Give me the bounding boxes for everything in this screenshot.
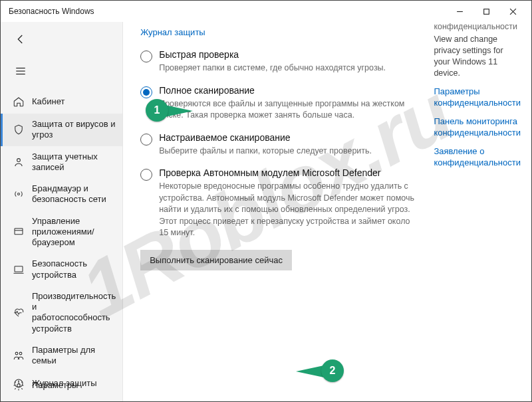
arrow-left-icon xyxy=(15,33,27,45)
sidebar-item-device-security[interactable]: Безопасность устройства xyxy=(1,253,122,286)
sidebar-item-label: Параметры xyxy=(32,380,78,391)
sidebar-item-label: Управление приложениями/браузером xyxy=(32,216,116,249)
sidebar-item-label: Защита от вирусов и угроз xyxy=(32,119,116,141)
sidebar-item-label: Безопасность устройства xyxy=(32,258,116,280)
annotation-bubble-1: 1 xyxy=(146,99,168,122)
health-icon xyxy=(12,306,25,319)
sidebar-item-label: Брандмауэр и безопасность сети xyxy=(32,183,116,205)
option-quick-scan[interactable]: Быстрая проверка Проверяет папки в систе… xyxy=(134,45,420,81)
annotation-tail-1 xyxy=(165,105,193,117)
sidebar-item-label: Производительность и работоспособность у… xyxy=(32,291,116,334)
menu-button[interactable] xyxy=(10,60,31,82)
privacy-settings-link[interactable]: Параметры конфиденциальности xyxy=(434,86,521,109)
svg-rect-9 xyxy=(15,229,23,235)
family-icon xyxy=(12,349,25,362)
sidebar-item-home[interactable]: Кабинет xyxy=(1,90,122,114)
body: Кабинет Защита от вирусов и угроз Защита… xyxy=(1,22,531,401)
firewall-icon xyxy=(12,187,25,201)
main: Журнал защиты Быстрая проверка Проверяет… xyxy=(123,22,531,401)
maximize-button[interactable] xyxy=(473,2,499,21)
maximize-icon xyxy=(483,8,490,15)
option-label: Проверка Автономным модулем Microsoft De… xyxy=(159,167,416,178)
sidebar-item-virus-threat[interactable]: Защита от вирусов и угроз xyxy=(1,114,122,146)
radio-custom-scan[interactable] xyxy=(140,134,152,146)
device-security-icon xyxy=(12,263,25,276)
annotation-bubble-2: 2 xyxy=(321,359,344,382)
sidebar-item-account-protection[interactable]: Защита учетных записей xyxy=(1,146,122,179)
protection-history-link[interactable]: Журнал защиты xyxy=(140,27,205,37)
sidebar-item-device-performance[interactable]: Производительность и работоспособность у… xyxy=(1,286,122,340)
option-label: Быстрая проверка xyxy=(159,49,416,60)
home-icon xyxy=(12,95,25,108)
sidebar-item-firewall[interactable]: Брандмауэр и безопасность сети xyxy=(1,178,122,211)
minimize-icon xyxy=(456,8,464,15)
account-icon xyxy=(12,155,25,169)
close-icon xyxy=(509,8,517,15)
window: Безопасность Windows xyxy=(0,0,532,402)
back-button[interactable] xyxy=(10,29,31,50)
minimize-button[interactable] xyxy=(446,2,473,21)
option-desc: Проверяются все файлы и запущенные прогр… xyxy=(159,98,416,122)
sidebar-item-label: Защита учетных записей xyxy=(32,151,116,173)
option-custom-scan[interactable]: Настраиваемое сканирование Выберите файл… xyxy=(134,128,420,164)
window-title: Безопасность Windows xyxy=(6,7,446,16)
svg-point-8 xyxy=(18,193,20,195)
svg-rect-11 xyxy=(15,266,23,271)
option-desc: Выберите файлы и папки, которые следует … xyxy=(159,146,416,157)
scan-options-panel: Журнал защиты Быстрая проверка Проверяет… xyxy=(130,22,427,401)
hamburger-icon xyxy=(15,65,27,77)
nav: Кабинет Защита от вирусов и угроз Защита… xyxy=(1,90,122,395)
sidebar-item-label: Параметры для семьи xyxy=(32,345,116,367)
privacy-dashboard-link[interactable]: Панель мониторинга конфиденциальности xyxy=(434,116,521,139)
svg-point-16 xyxy=(17,384,21,387)
titlebar: Безопасность Windows xyxy=(1,1,531,22)
privacy-statement-link[interactable]: Заявление о конфиденциальности xyxy=(434,146,521,169)
sidebar-item-app-browser-control[interactable]: Управление приложениями/браузером xyxy=(1,211,122,254)
right-heading: конфиденциальности xyxy=(434,22,521,31)
option-label: Настраиваемое сканирование xyxy=(159,132,416,143)
scan-now-button[interactable]: Выполнить сканирование сейчас xyxy=(140,250,292,270)
option-label: Полное сканирование xyxy=(159,85,416,96)
option-offline-scan[interactable]: Проверка Автономным модулем Microsoft De… xyxy=(134,163,420,246)
svg-point-13 xyxy=(15,352,18,355)
svg-rect-1 xyxy=(483,9,489,14)
sidebar-item-family-options[interactable]: Параметры для семьи xyxy=(1,340,122,372)
sidebar: Кабинет Защита от вирусов и угроз Защита… xyxy=(1,22,123,401)
app-browser-icon xyxy=(12,225,25,239)
svg-point-7 xyxy=(17,158,21,161)
sidebar-item-label: Кабинет xyxy=(32,96,65,107)
radio-offline-scan[interactable] xyxy=(140,169,152,181)
gear-icon xyxy=(12,379,25,392)
radio-quick-scan[interactable] xyxy=(140,50,152,62)
right-panel: конфиденциальности View and change priva… xyxy=(427,22,521,401)
annotation-tail-2 xyxy=(296,365,324,377)
radio-full-scan[interactable] xyxy=(140,86,152,98)
option-desc: Проверяет папки в системе, где обычно на… xyxy=(159,62,416,74)
close-button[interactable] xyxy=(499,2,526,21)
right-desc: View and change privacy settings for you… xyxy=(434,34,521,79)
sidebar-item-settings[interactable]: Параметры xyxy=(1,373,122,397)
option-full-scan[interactable]: Полное сканирование Проверяются все файл… xyxy=(134,81,420,128)
option-desc: Некоторые вредоносные программы особенно… xyxy=(159,181,416,239)
shield-icon xyxy=(12,123,25,136)
svg-point-14 xyxy=(19,352,22,355)
